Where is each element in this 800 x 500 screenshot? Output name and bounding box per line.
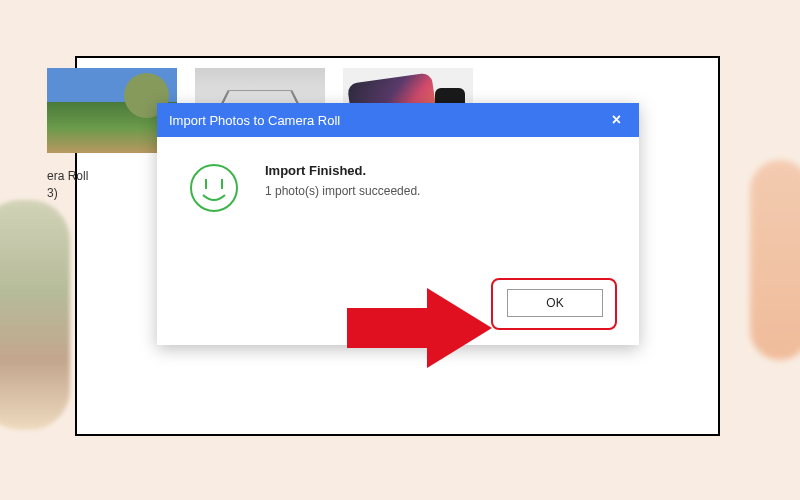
main-window-frame: era Roll 3) Import Photos to Camera Roll… <box>75 56 720 436</box>
close-button[interactable]: × <box>606 111 627 129</box>
folder-info: era Roll 3) <box>47 168 88 202</box>
import-dialog: Import Photos to Camera Roll × Import Fi… <box>157 103 639 345</box>
dialog-body: Import Finished. 1 photo(s) import succe… <box>157 137 639 239</box>
folder-name: era Roll <box>47 168 88 185</box>
ok-button[interactable]: OK <box>507 289 603 317</box>
decorative-brush-right <box>750 160 800 360</box>
message-subtitle: 1 photo(s) import succeeded. <box>265 184 420 198</box>
svg-point-0 <box>191 165 237 211</box>
folder-count: 3) <box>47 185 88 202</box>
dialog-titlebar: Import Photos to Camera Roll × <box>157 103 639 137</box>
decorative-brush-left <box>0 200 70 430</box>
dialog-title: Import Photos to Camera Roll <box>169 113 340 128</box>
dialog-message: Import Finished. 1 photo(s) import succe… <box>265 161 420 198</box>
success-smiley-icon <box>187 161 241 215</box>
message-title: Import Finished. <box>265 163 420 178</box>
